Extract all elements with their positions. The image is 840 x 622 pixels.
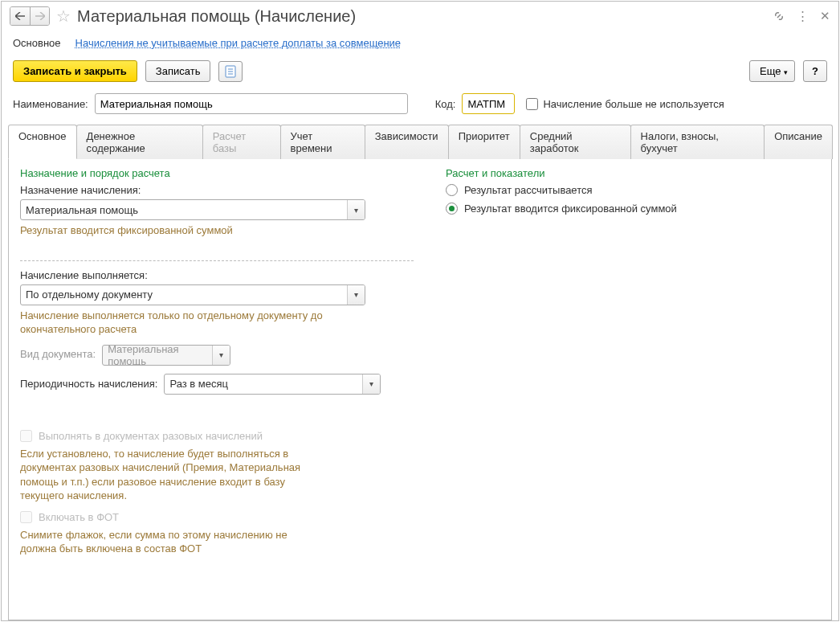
assign-hint: Результат вводится фиксированной суммой	[20, 223, 357, 238]
not-used-label: Начисление больше не используется	[543, 98, 724, 110]
report-button[interactable]	[218, 61, 243, 82]
radio-icon	[446, 184, 458, 196]
once-docs-label: Выполнять в документах разовых начислени…	[39, 430, 263, 442]
chevron-down-icon[interactable]: ▾	[362, 374, 380, 394]
chevron-down-icon[interactable]: ▾	[347, 285, 365, 305]
tab-priority[interactable]: Приоритет	[448, 125, 520, 159]
tab-deps[interactable]: Зависимости	[365, 125, 449, 159]
tabs-bar: Основное Денежное содержание Расчет базы…	[8, 124, 832, 159]
code-input[interactable]	[462, 93, 515, 114]
chevron-down-icon: ▾	[784, 68, 788, 76]
tab-time[interactable]: Учет времени	[280, 125, 365, 159]
tab-money[interactable]: Денежное содержание	[76, 125, 203, 159]
period-select[interactable]: Раз в месяц ▾	[164, 374, 381, 395]
link-icon[interactable]	[773, 10, 785, 23]
tab-desc[interactable]: Описание	[764, 125, 833, 159]
chevron-down-icon[interactable]: ▾	[347, 200, 365, 219]
navlink-main[interactable]: Основное	[13, 37, 61, 49]
assign-label: Назначение начисления:	[20, 184, 414, 196]
arrow-left-icon	[15, 12, 25, 20]
document-icon	[225, 65, 236, 78]
doc-type-select: Материальная помощь ▾	[102, 345, 230, 366]
page-title: Материальная помощь (Начисление)	[77, 7, 356, 26]
tab-avg[interactable]: Средний заработок	[520, 125, 631, 159]
name-input[interactable]	[95, 93, 408, 114]
not-used-checkbox[interactable]	[526, 98, 538, 110]
tab-base: Расчет базы	[202, 125, 281, 159]
exec-select[interactable]: По отдельному документу ▾	[20, 284, 365, 305]
more-button[interactable]: Еще ▾	[749, 60, 795, 82]
tab-tax[interactable]: Налоги, взносы, бухучет	[630, 125, 765, 159]
section-purpose-title: Назначение и порядок расчета	[20, 167, 414, 179]
write-and-close-button[interactable]: Записать и закрыть	[13, 60, 137, 82]
back-button[interactable]	[10, 7, 30, 25]
radio-result-fixed[interactable]: Результат вводится фиксированной суммой	[446, 203, 820, 215]
assign-select[interactable]: Материальная помощь ▾	[20, 199, 365, 220]
chevron-down-icon: ▾	[212, 346, 230, 365]
fot-hint: Снимите флажок, если сумма по этому начи…	[20, 528, 325, 556]
radio-result-calc[interactable]: Результат рассчитывается	[446, 184, 820, 196]
radio-icon	[446, 203, 458, 215]
fot-label: Включать в ФОТ	[39, 511, 119, 523]
tab-main[interactable]: Основное	[8, 125, 77, 159]
forward-button	[30, 7, 49, 25]
kebab-menu-icon[interactable]: ⋮	[797, 9, 809, 23]
once-docs-hint: Если установлено, то начисление будет вы…	[20, 447, 325, 503]
write-button[interactable]: Записать	[145, 60, 211, 82]
navlink-not-counted[interactable]: Начисления не учитываемые при расчете до…	[75, 37, 402, 49]
exec-hint: Начисление выполняется только по отдельн…	[20, 309, 357, 337]
period-label: Периодичность начисления:	[20, 378, 157, 390]
favorite-star-icon[interactable]: ☆	[55, 7, 72, 25]
once-docs-checkbox	[20, 430, 32, 442]
code-label: Код:	[435, 98, 456, 110]
fot-checkbox	[20, 511, 32, 523]
name-label: Наименование:	[13, 98, 88, 110]
exec-label: Начисление выполняется:	[20, 269, 414, 281]
arrow-right-icon	[35, 12, 45, 20]
section-calc-title: Расчет и показатели	[446, 167, 820, 179]
divider	[20, 260, 414, 261]
doc-type-label: Вид документа:	[20, 348, 96, 360]
close-icon[interactable]: ✕	[820, 9, 830, 23]
help-button[interactable]: ?	[803, 60, 827, 82]
